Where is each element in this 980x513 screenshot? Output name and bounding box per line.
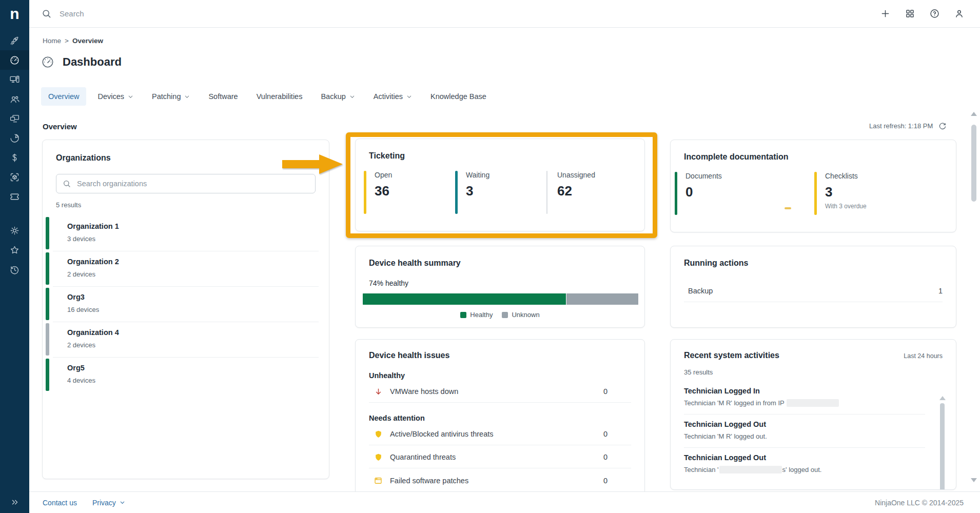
sidebar: n xyxy=(0,0,29,513)
org-name: Org3 xyxy=(67,293,85,301)
tab-patching[interactable]: Patching xyxy=(145,87,197,106)
copyright-text: NinjaOne LLC © 2014-2025 xyxy=(875,499,964,507)
tab-backup-label: Backup xyxy=(321,92,345,101)
contact-us-link[interactable]: Contact us xyxy=(43,499,77,507)
organization-list-item[interactable]: Organization 4 2 devices xyxy=(43,322,329,357)
page-scrollbar[interactable] xyxy=(971,108,977,492)
issue-row-quarantined-threats[interactable]: Quarantined threats 0 xyxy=(369,446,631,468)
issue-row-failed-software-patches[interactable]: Failed software patches 0 xyxy=(369,469,631,491)
tab-patching-label: Patching xyxy=(152,92,181,101)
stat-color-bar xyxy=(675,172,677,215)
stat-value: 0 xyxy=(685,184,814,200)
unknown-swatch xyxy=(502,312,508,318)
cube-scan-icon xyxy=(9,172,20,183)
tab-knowledge-base[interactable]: Knowledge Base xyxy=(423,87,494,106)
running-action-row[interactable]: Backup 1 xyxy=(684,280,943,302)
scroll-down-arrow-icon[interactable] xyxy=(971,478,977,482)
tab-software[interactable]: Software xyxy=(201,87,245,106)
needs-attention-section-heading: Needs attention xyxy=(369,414,631,422)
breadcrumb-current: Overview xyxy=(72,37,103,45)
ticketing-stat-waiting[interactable]: Waiting 3 xyxy=(455,170,546,216)
stat-label: Open xyxy=(375,171,455,179)
privacy-link[interactable]: Privacy xyxy=(92,499,125,507)
legend-label: Unknown xyxy=(512,311,539,319)
organization-list-item[interactable]: Org5 4 devices xyxy=(43,357,329,392)
sidebar-item-getting-started[interactable] xyxy=(0,31,29,50)
page-title-row: Dashboard xyxy=(41,55,122,69)
tab-overview[interactable]: Overview xyxy=(41,87,86,106)
global-search-input[interactable] xyxy=(58,9,366,18)
dashboard-gauge-icon xyxy=(41,55,54,69)
sidebar-item-administration[interactable] xyxy=(0,221,29,240)
activities-scrollbar[interactable] xyxy=(940,403,945,489)
org-status-bar xyxy=(46,217,49,249)
sidebar-item-favorites[interactable] xyxy=(0,240,29,260)
stat-value: 3 xyxy=(466,183,546,199)
ticketing-stat-open[interactable]: Open 36 xyxy=(364,170,455,216)
issue-row-antivirus-threats[interactable]: Active/Blocked antivirus threats 0 xyxy=(369,423,631,445)
add-button[interactable] xyxy=(880,8,891,19)
patch-window-icon xyxy=(373,476,383,485)
tab-software-label: Software xyxy=(208,92,238,101)
sidebar-item-ticketing[interactable] xyxy=(0,187,29,206)
organizations-results-count: 5 results xyxy=(56,201,316,209)
legend-item-unknown: Unknown xyxy=(502,311,539,319)
global-search[interactable] xyxy=(42,9,880,18)
chevron-down-icon xyxy=(120,500,125,505)
org-device-count: 4 devices xyxy=(67,377,95,384)
unknown-segment xyxy=(566,293,638,305)
org-device-count: 2 devices xyxy=(67,270,95,278)
checklists-stat[interactable]: Checklists 3 With 3 overdue xyxy=(814,171,954,217)
sidebar-expand-button[interactable] xyxy=(0,498,29,507)
activity-list-item[interactable]: Technician Logged In Technician 'M R' lo… xyxy=(684,381,925,414)
account-button[interactable] xyxy=(954,8,965,19)
issue-row-vmware-hosts-down[interactable]: VMWare hosts down 0 xyxy=(369,381,631,403)
org-status-bar xyxy=(46,359,49,391)
organization-list-item[interactable]: Organization 2 2 devices xyxy=(43,251,329,286)
organizations-search[interactable] xyxy=(56,174,316,193)
sidebar-item-history[interactable] xyxy=(0,260,29,279)
sidebar-item-software-inventory[interactable] xyxy=(0,167,29,187)
activity-list-item[interactable]: Technician Logged Out Technician 'M R' l… xyxy=(684,414,925,447)
device-health-issues-card: Device health issues Unhealthy VMWare ho… xyxy=(355,339,645,499)
stat-color-bar xyxy=(364,171,366,214)
sidebar-item-remote-screens[interactable] xyxy=(0,109,29,128)
ticketing-card: Ticketing Open 36 Waiting 3 Unassigned 6… xyxy=(355,139,645,231)
sidebar-item-reporting[interactable] xyxy=(0,128,29,148)
tab-activities[interactable]: Activities xyxy=(366,87,419,106)
organizations-search-input[interactable] xyxy=(76,179,309,188)
activity-title: Technician Logged Out xyxy=(684,453,925,462)
issue-label: Quarantined threats xyxy=(390,453,456,461)
arrow-down-red-icon xyxy=(373,387,383,396)
star-icon xyxy=(9,245,20,255)
sidebar-item-dashboard[interactable] xyxy=(0,50,29,70)
tab-devices[interactable]: Devices xyxy=(90,87,141,106)
scrollbar-thumb[interactable] xyxy=(940,403,945,490)
breadcrumb-home[interactable]: Home xyxy=(43,37,61,45)
health-progress-bar[interactable] xyxy=(363,293,638,305)
scrollbar-thumb[interactable] xyxy=(971,125,976,202)
sidebar-item-billing[interactable] xyxy=(0,148,29,167)
ticketing-stat-unassigned[interactable]: Unassigned 62 xyxy=(546,170,638,216)
documents-stat[interactable]: Documents 0 xyxy=(675,171,814,217)
ninjaone-logo[interactable]: n xyxy=(0,0,29,28)
organization-list-item[interactable]: Org3 16 devices xyxy=(43,286,329,322)
scroll-up-arrow-icon[interactable] xyxy=(971,112,977,116)
breadcrumb-separator: > xyxy=(65,37,69,45)
activity-desc-text: Technician 'M R' logged out. xyxy=(684,432,767,440)
scroll-up-arrow-icon[interactable] xyxy=(939,396,946,400)
activity-list-item[interactable]: Technician Logged Out Technician 's' log… xyxy=(684,447,925,481)
apps-grid-button[interactable] xyxy=(905,8,915,19)
tab-vulnerabilities[interactable]: Vulnerabilities xyxy=(249,87,310,106)
org-name: Org5 xyxy=(67,364,85,372)
sidebar-item-devices[interactable] xyxy=(0,70,29,89)
help-button[interactable] xyxy=(929,8,940,19)
recent-activities-header: Recent system activities Last 24 hours xyxy=(684,351,943,360)
tab-backup[interactable]: Backup xyxy=(313,87,362,106)
sidebar-item-end-users[interactable] xyxy=(0,89,29,109)
organization-list-item[interactable]: Organization 1 3 devices xyxy=(43,215,329,251)
stat-color-bar xyxy=(546,171,547,214)
tab-overview-label: Overview xyxy=(48,92,79,101)
refresh-icon[interactable] xyxy=(938,122,947,130)
issue-count: 0 xyxy=(603,430,607,438)
